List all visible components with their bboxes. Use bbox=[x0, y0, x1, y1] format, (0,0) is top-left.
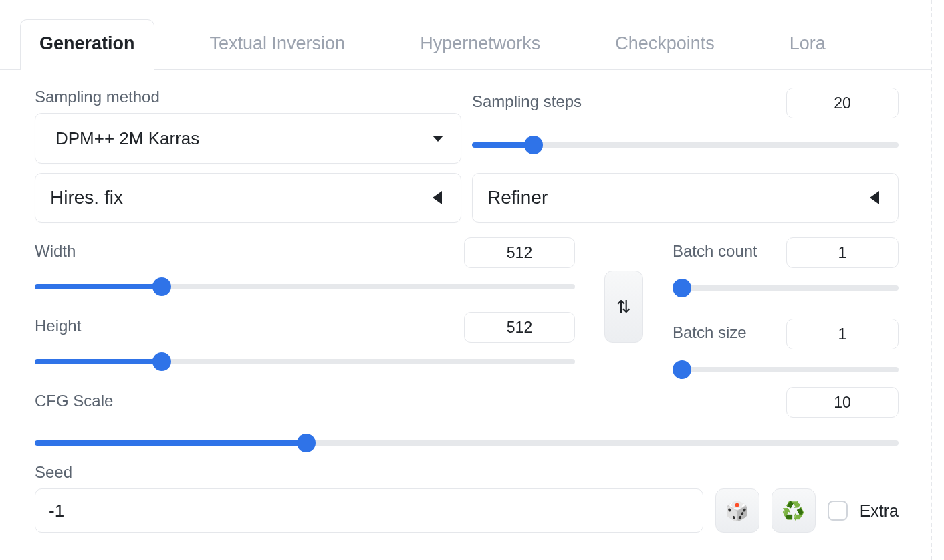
sampling-steps-slider[interactable] bbox=[472, 142, 899, 148]
hires-fix-label: Hires. fix bbox=[50, 187, 123, 208]
sampling-steps-label: Sampling steps bbox=[472, 92, 582, 111]
swap-dimensions-button[interactable]: ⇅ bbox=[604, 271, 643, 343]
batch-count-value[interactable]: 1 bbox=[786, 237, 899, 268]
tab-textual-inversion[interactable]: Textual Inversion bbox=[191, 19, 365, 70]
sampling-method-label: Sampling method bbox=[35, 88, 461, 106]
refiner-accordion[interactable]: Refiner bbox=[472, 173, 899, 223]
swap-icon: ⇅ bbox=[616, 297, 631, 317]
cfg-scale-label: CFG Scale bbox=[35, 392, 113, 410]
seed-input[interactable] bbox=[35, 488, 703, 533]
batch-count-slider[interactable] bbox=[673, 285, 899, 291]
tabs-bar: Generation Textual Inversion Hypernetwor… bbox=[0, 0, 931, 70]
sampling-method-select[interactable]: DPM++ 2M Karras bbox=[35, 113, 461, 164]
triangle-left-icon bbox=[433, 191, 442, 204]
seed-random-button[interactable]: 🎲 bbox=[715, 488, 759, 533]
height-slider[interactable] bbox=[35, 359, 575, 364]
batch-size-slider[interactable] bbox=[673, 367, 899, 372]
seed-extra-checkbox[interactable] bbox=[828, 501, 848, 521]
batch-count-label: Batch count bbox=[673, 242, 757, 261]
seed-reuse-button[interactable]: ♻️ bbox=[772, 488, 816, 533]
tab-generation[interactable]: Generation bbox=[20, 19, 154, 70]
cfg-scale-value[interactable]: 10 bbox=[786, 387, 899, 418]
batch-size-value[interactable]: 1 bbox=[786, 319, 899, 349]
tab-hypernetworks[interactable]: Hypernetworks bbox=[400, 19, 560, 70]
refiner-label: Refiner bbox=[487, 187, 548, 208]
cfg-scale-slider[interactable] bbox=[35, 440, 899, 446]
dice-icon: 🎲 bbox=[725, 500, 749, 522]
seed-extra-label: Extra bbox=[860, 501, 899, 521]
height-value[interactable]: 512 bbox=[464, 312, 575, 343]
tab-lora[interactable]: Lora bbox=[770, 19, 845, 70]
triangle-left-icon bbox=[870, 191, 879, 204]
tab-checkpoints[interactable]: Checkpoints bbox=[596, 19, 734, 70]
width-slider[interactable] bbox=[35, 284, 575, 289]
hires-fix-accordion[interactable]: Hires. fix bbox=[35, 173, 461, 223]
caret-down-icon bbox=[433, 136, 443, 142]
batch-size-label: Batch size bbox=[673, 323, 747, 342]
width-label: Width bbox=[35, 242, 76, 261]
seed-label: Seed bbox=[35, 463, 899, 482]
height-label: Height bbox=[35, 317, 81, 335]
sampling-steps-value[interactable]: 20 bbox=[786, 88, 899, 118]
recycle-icon: ♻️ bbox=[782, 500, 805, 522]
sampling-method-value: DPM++ 2M Karras bbox=[55, 128, 199, 149]
width-value[interactable]: 512 bbox=[464, 237, 575, 268]
